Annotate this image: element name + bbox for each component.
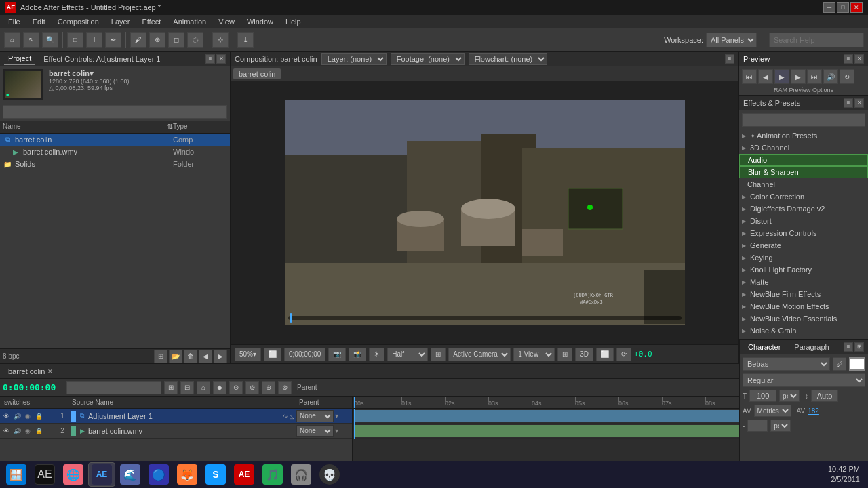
toolbar-roto[interactable]: ◌ (187, 32, 203, 48)
metrics-select[interactable]: Metrics (754, 405, 791, 417)
font-picker-btn[interactable]: 🖊 (833, 357, 846, 371)
character-tab[interactable]: Character (744, 342, 785, 352)
toolbar-select[interactable]: ↖ (23, 32, 39, 48)
taskbar-skype[interactable]: S (202, 462, 229, 487)
effects-category-keying[interactable]: ▶ Keying (739, 251, 868, 264)
menu-help[interactable]: Help (280, 16, 307, 27)
sort-icon[interactable]: ⇅ (167, 123, 173, 131)
toolbar-rect[interactable]: □ (67, 32, 83, 48)
tl-ctrl8[interactable]: ⊗ (278, 381, 292, 394)
window-controls[interactable]: ─ □ ✕ (823, 2, 863, 13)
comp-tab-barret-colin[interactable]: barret colin (233, 68, 281, 79)
timeline-search-input[interactable] (66, 381, 161, 394)
tl-ctrl7[interactable]: ⊕ (262, 381, 275, 394)
taskbar-music[interactable]: 🎵 (259, 462, 286, 487)
preview-menu-btn[interactable]: ≡ (844, 54, 853, 64)
pixel-btn[interactable]: ⬜ (596, 348, 614, 361)
effects-search-input[interactable] (742, 113, 865, 127)
layer-parent-arrow2[interactable]: ▾ (335, 427, 338, 434)
workspace-select[interactable]: All Panels (706, 33, 757, 47)
menu-layer[interactable]: Layer (106, 16, 136, 27)
effects-category-newblue-motion[interactable]: ▶ NewBlue Motion Effects (739, 300, 868, 312)
timeline-close-btn[interactable]: ✕ (47, 368, 53, 375)
region-btn[interactable]: ⊞ (431, 348, 446, 361)
preview-tab[interactable]: Preview (743, 55, 770, 63)
project-btn1[interactable]: ⊞ (154, 350, 167, 363)
prev-frame-btn[interactable]: ◀ (758, 69, 773, 84)
effect-controls-tab[interactable]: Effect Controls: Adjustment Layer 1 (39, 54, 164, 64)
layer-solo2[interactable]: ◉ (23, 426, 33, 436)
timeline-playhead[interactable] (354, 396, 355, 408)
grid-btn[interactable]: ⊞ (557, 348, 572, 361)
taskbar-firefox[interactable]: 🦊 (174, 462, 201, 487)
quality-select[interactable]: Half Full Quarter (387, 348, 428, 361)
search-help-input[interactable] (769, 33, 864, 47)
project-item-wmv[interactable]: ▶ barret colin.wmv Windo (0, 146, 230, 158)
minimize-button[interactable]: ─ (823, 2, 835, 13)
effects-category-knoll[interactable]: ▶ Knoll Light Factory (739, 264, 868, 276)
effects-category-distort[interactable]: ▶ Distort (739, 215, 868, 227)
flow-btn[interactable]: ⟳ (616, 348, 631, 361)
font-name-select[interactable]: Bebas (743, 357, 830, 371)
tl-ctrl3[interactable]: ⌂ (197, 381, 210, 394)
toolbar-text[interactable]: T (86, 32, 102, 48)
tl-ctrl2[interactable]: ⊟ (180, 381, 194, 394)
font-unit-select[interactable]: px (779, 390, 800, 402)
paragraph-tab[interactable]: Paragraph (790, 342, 833, 352)
effects-category-color-correction[interactable]: ▶ Color Correction (739, 190, 868, 203)
maximize-button[interactable]: □ (837, 2, 849, 13)
effects-category-expression-controls[interactable]: ▶ Expression Controls (739, 227, 868, 239)
footage-dropdown[interactable]: Footage: (none) (391, 53, 465, 65)
menu-edit[interactable]: Edit (27, 16, 51, 27)
zoom-display[interactable]: 50% ▾ (235, 348, 261, 361)
effects-category-3d-channel[interactable]: ▶ 3D Channel (739, 142, 868, 154)
font-style-select[interactable]: Regular (743, 373, 865, 387)
next-frame-btn[interactable]: ▶ (791, 69, 806, 84)
layer-row-video[interactable]: 👁 🔊 ◉ 🔒 2 ▶ barret colin.wmv None ▾ (0, 424, 352, 439)
tl-ctrl4[interactable]: ◆ (213, 381, 226, 394)
timeline-timecode[interactable]: 0:00:00:00 (3, 382, 64, 392)
view-select[interactable]: 1 View 2 Views 4 Views (513, 348, 555, 361)
toolbar-puppet[interactable]: ⊹ (212, 32, 229, 48)
taskbar-ie[interactable]: 🌐 (60, 462, 87, 487)
play-btn[interactable]: ▶ (774, 69, 789, 84)
camera-btn[interactable]: 📷 (328, 348, 346, 361)
flowchart-dropdown[interactable]: Flowchart: (none) (469, 53, 547, 65)
loop-btn[interactable]: ↻ (840, 69, 854, 84)
project-btn2[interactable]: 📂 (169, 350, 182, 363)
menu-view[interactable]: View (213, 16, 240, 27)
first-frame-btn[interactable]: ⏮ (742, 69, 757, 84)
preview-close-btn[interactable]: ✕ (854, 54, 864, 64)
toolbar-zoom[interactable]: 🔍 (42, 32, 58, 48)
taskbar-app4[interactable]: 💀 (316, 462, 343, 487)
taskbar-blue[interactable]: 🔵 (145, 462, 172, 487)
taskbar-start[interactable]: 🪟 (3, 462, 30, 487)
effects-category-digieffects[interactable]: ▶ Digieffects Damage v2 (739, 203, 868, 215)
project-search-input[interactable] (3, 105, 227, 119)
effects-category-audio[interactable]: Audio (739, 154, 868, 166)
3d-btn[interactable]: 3D (575, 348, 593, 361)
layer-parent-arrow[interactable]: ▾ (335, 412, 338, 420)
taskbar-after-effects-btn[interactable]: AE (88, 462, 115, 487)
kerning-value[interactable]: 182 (808, 407, 819, 415)
toolbar-pen[interactable]: ✒ (105, 32, 121, 48)
menu-effect[interactable]: Effect (136, 16, 166, 27)
toolbar-clone[interactable]: ⊕ (149, 32, 165, 48)
menu-file[interactable]: File (3, 16, 26, 27)
char-expand-btn[interactable]: ⊞ (854, 342, 864, 352)
leading-input[interactable] (811, 390, 838, 402)
project-item-solids[interactable]: 📁 Solids Folder (0, 158, 230, 170)
menu-animation[interactable]: Animation (167, 16, 212, 27)
taskbar-ae[interactable]: AE (31, 462, 58, 487)
effects-category-matte[interactable]: ▶ Matte (739, 276, 868, 288)
font-size-input[interactable] (749, 390, 776, 402)
layer-row-adjustment[interactable]: 👁 🔊 ◉ 🔒 1 ⧉ Adjustment Layer 1 ∿ ◺ None (0, 409, 352, 424)
ts-input[interactable] (747, 420, 768, 432)
layer-audio2[interactable]: 🔊 (12, 426, 22, 436)
video-scrubber[interactable] (288, 316, 682, 320)
tl-ctrl5[interactable]: ⊙ (229, 381, 243, 394)
effects-category-noise-grain[interactable]: ▶ Noise & Grain (739, 325, 868, 337)
timecode-display[interactable]: 0;00;00;00 (284, 348, 326, 361)
tl-ctrl1[interactable]: ⊞ (164, 381, 178, 394)
resize-btn[interactable]: ⬜ (264, 348, 281, 361)
